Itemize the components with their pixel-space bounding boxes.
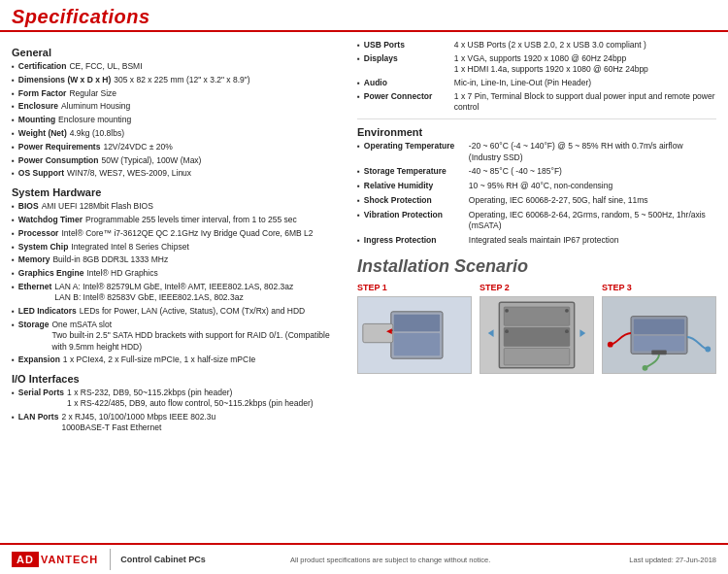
spec-val: CE, FCC, UL, BSMI: [69, 61, 142, 73]
syshw-item: Graphics EngineIntel® HD Graphics: [12, 268, 342, 280]
spec-val: Integrated Intel 8 Series Chipset: [71, 242, 188, 253]
install-title: Installation Scenario: [357, 256, 716, 277]
svg-rect-25: [651, 350, 666, 355]
step-3-label: STEP 3: [602, 283, 632, 292]
right-io-item: USB Ports4 x USB Ports (2 x USB 2.0, 2 x…: [357, 40, 716, 51]
general-item: Weight (Net)4.9kg (10.8lbs): [12, 128, 342, 140]
svg-rect-2: [394, 314, 440, 330]
spec-key: LED Indicators: [18, 306, 77, 318]
syshw-item: StorageOne mSATA slotTwo built-in 2.5" S…: [12, 320, 342, 353]
spec-key: Processor: [18, 228, 59, 240]
spec-val: WIN7/8, WES7, WES-2009, Linux: [67, 168, 191, 180]
svg-rect-4: [363, 323, 393, 342]
general-section-title: General: [12, 47, 342, 58]
general-item: EnclosureAluminum Housing: [12, 101, 342, 113]
step-2-image: [480, 296, 594, 374]
footer-logo: ADVANTECH: [12, 552, 98, 567]
spec-key: Watchdog Timer: [18, 215, 83, 226]
env-item: Vibration ProtectionOperating, IEC 60068…: [357, 210, 716, 232]
env-key: Shock Protection: [364, 195, 466, 207]
io-key: Audio: [364, 78, 451, 89]
env-val: Operating, IEC 60068-2-64, 2Grms, random…: [469, 210, 716, 232]
io-item: Serial Ports1 x RS-232, DB9, 50~115.2kbp…: [12, 388, 342, 410]
general-item: Form FactorRegular Size: [12, 88, 342, 100]
spec-val: 1 x PCIex4, 2 x Full-size mPCIe, 1 x hal…: [63, 355, 255, 366]
right-io-list: USB Ports4 x USB Ports (2 x USB 2.0, 2 x…: [357, 40, 716, 113]
env-val: -40 ~ 85°C ( -40 ~ 185°F): [469, 166, 562, 178]
svg-rect-9: [504, 307, 570, 325]
section-divider: [357, 118, 716, 119]
svg-point-23: [705, 346, 711, 352]
page-title: Specifications: [12, 6, 716, 28]
svg-rect-11: [504, 348, 570, 364]
spec-key: Enclosure: [18, 101, 58, 113]
spec-key: BIOS: [18, 201, 39, 213]
env-key: Storage Temperature: [364, 166, 466, 178]
syshw-item: Watchdog TimerProgrammable 255 levels ti…: [12, 215, 342, 226]
right-io-item: Displays1 x VGA, supports 1920 x 1080 @ …: [357, 53, 716, 76]
svg-point-24: [643, 364, 648, 370]
syshw-item: ProcessorIntel® Core™ i7-3612QE QC 2.1GH…: [12, 228, 342, 240]
right-io-item: Power Connector1 x 7 Pin, Terminal Block…: [357, 91, 716, 114]
step-2-label: STEP 2: [480, 283, 510, 292]
spec-key: OS Support: [18, 168, 64, 180]
step-3-box: STEP 3: [602, 283, 716, 374]
page-wrapper: Specifications General CertificationCE, …: [0, 0, 728, 574]
spec-key: Storage: [18, 320, 50, 353]
footer-notice: All product specifications are subject t…: [290, 556, 629, 564]
env-val: 10 ~ 95% RH @ 40°C, non-condensing: [469, 181, 612, 192]
syshw-item: EthernetLAN A: Intel® 82579LM GbE, Intel…: [12, 282, 342, 304]
syshw-item: MemoryBuild-in 8GB DDR3L 1333 MHz: [12, 254, 342, 266]
svg-point-15: [565, 329, 569, 333]
spec-val: AMI UEFI 128Mbit Flash BIOS: [42, 201, 153, 213]
spec-val: Regular Size: [69, 88, 116, 100]
env-item: Storage Temperature-40 ~ 85°C ( -40 ~ 18…: [357, 166, 716, 178]
io-key: Displays: [364, 53, 451, 76]
spec-key: Graphics Engine: [18, 268, 84, 280]
step-1-image: [357, 296, 472, 374]
spec-key: Power Consumption: [18, 155, 99, 167]
footer-date: Last updated: 27-Jun-2018: [629, 556, 716, 564]
footer-divider: [110, 549, 111, 570]
spec-key: Expansion: [18, 355, 60, 366]
spec-val: Build-in 8GB DDR3L 1333 MHz: [52, 254, 168, 266]
syshw-list: BIOSAMI UEFI 128Mbit Flash BIOSWatchdog …: [12, 201, 342, 366]
right-io-item: AudioMic-in, Line-In, Line-Out (Pin Head…: [357, 78, 716, 89]
io-val: Mic-in, Line-In, Line-Out (Pin Header): [454, 78, 591, 89]
io-val: 4 x USB Ports (2 x USB 2.0, 2 x USB 3.0 …: [454, 40, 646, 51]
spec-val: 1 x RS-232, DB9, 50~115.2kbps (pin heade…: [67, 388, 314, 410]
spec-val: One mSATA slotTwo built-in 2.5" SATA HDD…: [52, 320, 343, 353]
spec-key: Memory: [18, 254, 50, 266]
spec-key: Weight (Net): [18, 128, 67, 140]
spec-key: Power Requirements: [18, 142, 101, 153]
spec-val: Enclosure mounting: [58, 115, 131, 126]
spec-val: Intel® HD Graphics: [86, 268, 157, 280]
step-2-box: STEP 2: [480, 283, 594, 374]
general-item: Power Consumption50W (Typical), 100W (Ma…: [12, 155, 342, 167]
spec-val: 2 x RJ45, 10/100/1000 Mbps IEEE 802.3u10…: [61, 412, 215, 434]
page-header: Specifications: [0, 0, 728, 32]
svg-rect-3: [394, 333, 440, 355]
general-item: OS SupportWIN7/8, WES7, WES-2009, Linux: [12, 168, 342, 180]
footer-product-line: Control Cabinet PCs: [120, 555, 290, 564]
env-key: Ingress Protection: [364, 235, 466, 247]
io-val: 1 x 7 Pin, Terminal Block to support dua…: [454, 91, 716, 114]
syshw-item: System ChipIntegrated Intel 8 Series Chi…: [12, 242, 342, 253]
env-key: Relative Humidity: [364, 181, 466, 192]
step-1-box: STEP 1: [357, 283, 472, 374]
step-1-label: STEP 1: [357, 283, 387, 292]
svg-point-14: [505, 329, 509, 333]
spec-val: Programmable 255 levels timer interval, …: [85, 215, 297, 226]
svg-point-12: [505, 308, 509, 312]
syshw-item: BIOSAMI UEFI 128Mbit Flash BIOS: [12, 201, 342, 213]
env-val: Operating, IEC 60068-2-27, 50G, half sin…: [469, 195, 648, 207]
spec-key: Mounting: [18, 115, 55, 126]
main-content: General CertificationCE, FCC, UL, BSMIDi…: [0, 32, 728, 543]
io-val: 1 x VGA, supports 1920 x 1080 @ 60Hz 24b…: [454, 53, 648, 76]
io-item: LAN Ports2 x RJ45, 10/100/1000 Mbps IEEE…: [12, 412, 342, 434]
env-item: Relative Humidity10 ~ 95% RH @ 40°C, non…: [357, 181, 716, 192]
syshw-item: LED IndicatorsLEDs for Power, LAN (Activ…: [12, 306, 342, 318]
svg-point-13: [565, 308, 569, 312]
general-item: Dimensions (W x D x H)305 x 82 x 225 mm …: [12, 75, 342, 86]
page-footer: ADVANTECH Control Cabinet PCs All produc…: [0, 543, 728, 574]
